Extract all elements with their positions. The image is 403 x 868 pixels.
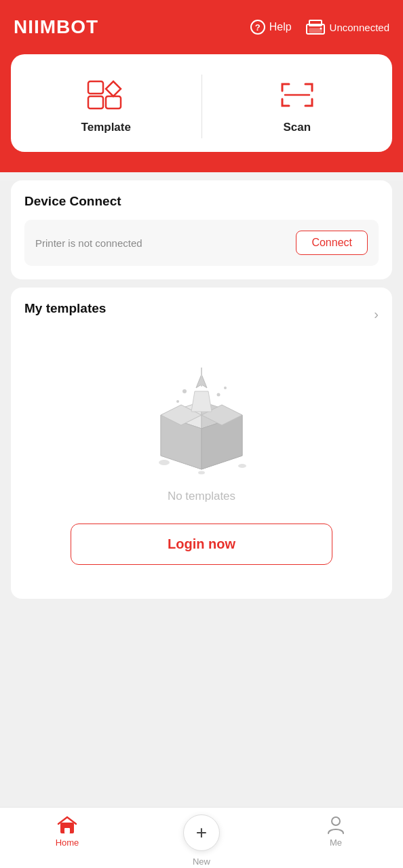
app-logo: NIIMBOT (14, 16, 98, 38)
plus-icon: + (196, 823, 207, 842)
help-icon: ? (250, 20, 265, 35)
connect-row: Printer is not connected Connect (24, 220, 379, 266)
scan-tab[interactable]: Scan (202, 68, 393, 145)
new-label: New (193, 856, 210, 867)
help-button[interactable]: ? Help (250, 20, 292, 35)
scan-label: Scan (283, 121, 311, 134)
svg-point-3 (320, 28, 322, 30)
notch-decoration (181, 54, 222, 69)
bottom-nav: Home + New Me (0, 807, 403, 868)
svg-point-11 (176, 400, 179, 403)
svg-rect-2 (309, 28, 322, 33)
printer-status-text: Printer is not connected (35, 237, 142, 249)
svg-rect-4 (88, 81, 103, 94)
nav-me[interactable]: Me (269, 814, 403, 848)
connect-button[interactable]: Connect (296, 231, 368, 255)
svg-point-14 (238, 464, 246, 468)
home-icon (57, 814, 77, 835)
template-label: Template (81, 121, 131, 134)
me-label: Me (330, 837, 342, 848)
my-templates-title: My templates (24, 301, 106, 316)
empty-state: No templates Login now (24, 327, 379, 585)
no-templates-text: No templates (168, 490, 235, 503)
chevron-right-icon[interactable]: › (374, 307, 379, 322)
svg-point-15 (198, 471, 205, 475)
header-right-section: ? Help Unconnected (250, 19, 389, 35)
unconnected-button[interactable]: Unconnected (305, 19, 389, 35)
app-header: NIIMBOT ? Help Unconnected (0, 0, 403, 54)
my-templates-section: My templates › (11, 288, 392, 599)
svg-point-9 (183, 389, 187, 393)
svg-rect-6 (106, 96, 121, 108)
svg-rect-5 (88, 96, 103, 108)
svg-point-13 (159, 460, 170, 465)
svg-point-18 (332, 817, 340, 825)
scan-icon (277, 79, 318, 114)
printer-icon (305, 19, 326, 35)
login-now-button[interactable]: Login now (71, 524, 332, 565)
device-connect-section: Device Connect Printer is not connected … (11, 180, 392, 279)
new-button[interactable]: + (183, 814, 220, 851)
person-icon (326, 814, 346, 835)
help-label: Help (269, 21, 292, 33)
nav-home[interactable]: Home (0, 814, 134, 848)
unconnected-label: Unconnected (330, 22, 389, 33)
svg-point-12 (224, 387, 227, 389)
top-card-wrapper: Template Scan (0, 54, 403, 172)
my-templates-header: My templates › (24, 301, 379, 327)
empty-box-illustration (134, 354, 269, 476)
svg-point-10 (217, 393, 220, 397)
template-tab[interactable]: Template (11, 68, 202, 145)
main-content: Device Connect Printer is not connected … (0, 180, 403, 868)
home-label: Home (56, 837, 79, 848)
device-connect-title: Device Connect (24, 194, 379, 209)
nav-new[interactable]: + New (134, 814, 269, 867)
svg-rect-17 (64, 828, 70, 833)
template-icon (85, 79, 126, 114)
